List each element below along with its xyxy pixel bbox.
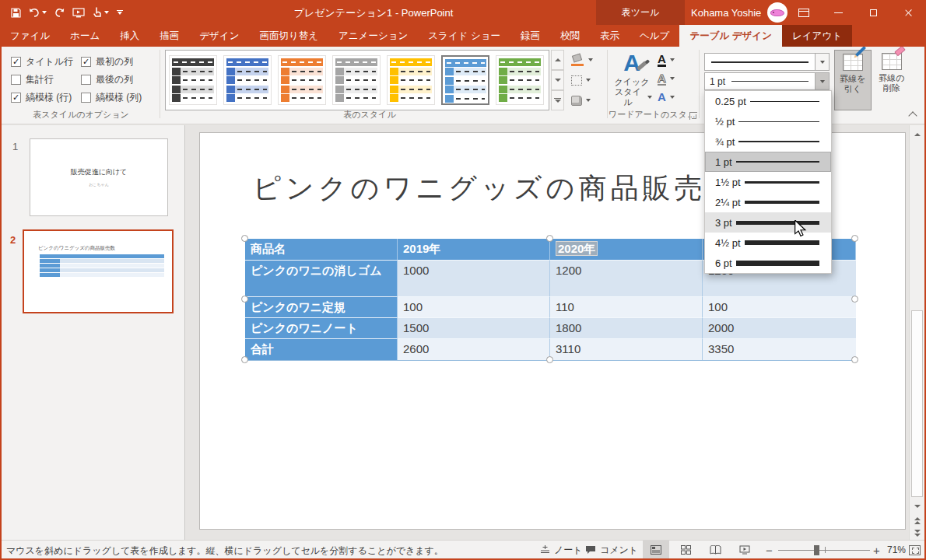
close-button[interactable]	[891, 0, 926, 25]
tab-view[interactable]: 表示	[590, 25, 630, 47]
comments-button[interactable]: コメント	[585, 541, 638, 559]
effects-caret[interactable]	[586, 99, 591, 102]
pen-weight-option-hovered[interactable]: 3 pt	[705, 212, 831, 233]
table-cell[interactable]: 2600	[398, 338, 550, 360]
text-outline-caret[interactable]	[670, 77, 675, 80]
selection-handle-top-right[interactable]	[851, 235, 858, 242]
pen-weight-option[interactable]: ½ pt	[705, 111, 831, 131]
pen-weight-option[interactable]: ¾ pt	[705, 131, 831, 152]
pen-weight-dropdown-button[interactable]	[815, 73, 829, 89]
pen-weight-option[interactable]: 1½ pt	[705, 172, 831, 192]
pen-weight-option[interactable]: 4½ pt	[705, 233, 831, 253]
table-cell[interactable]: 2000	[703, 317, 856, 338]
table-style-thumb-green[interactable]	[496, 55, 544, 105]
table-cell[interactable]: 100	[703, 296, 856, 317]
gallery-scroll-down-button[interactable]	[551, 70, 564, 90]
selection-handle-bottom-right[interactable]	[851, 356, 858, 363]
pen-style-dropdown-button[interactable]	[815, 54, 829, 70]
text-effects-button[interactable]: A	[655, 89, 689, 106]
slideshow-view-button[interactable]	[731, 541, 758, 559]
shading-caret[interactable]	[588, 58, 593, 61]
checkbox-last-column[interactable]: 最後の列	[81, 73, 133, 86]
tab-insert[interactable]: 挿入	[110, 25, 149, 47]
pen-weight-option[interactable]: 2¼ pt	[705, 192, 831, 212]
checkbox-banded-columns[interactable]: 縞模様 (列)	[81, 91, 142, 104]
pen-weight-option[interactable]: 0.25 pt	[705, 91, 831, 111]
tab-transitions[interactable]: 画面切り替え	[249, 25, 328, 47]
selection-handle-middle-left[interactable]	[241, 296, 248, 303]
table-row-label[interactable]: ピンクのワニの消しゴム	[245, 260, 398, 296]
zoom-slider-track[interactable]	[778, 550, 870, 551]
table-style-thumb-gold[interactable]	[387, 55, 435, 105]
account-area[interactable]: Kohama Yoshie	[691, 0, 787, 25]
selection-handle-bottom-middle[interactable]	[546, 356, 553, 363]
table-cell[interactable]: 1000	[398, 260, 550, 296]
quick-styles-button[interactable]: A クイック スタイル	[612, 51, 652, 103]
slide-1-thumbnail[interactable]: 販売促進に向けて おこちゃん	[30, 138, 168, 216]
scrollbar-up-button[interactable]	[911, 128, 924, 141]
slide-2-thumbnail-selected[interactable]: ピンクのワニグッズの商品販売数	[23, 229, 174, 313]
zoom-out-button[interactable]: −	[766, 541, 773, 559]
vertical-scrollbar[interactable]	[909, 125, 924, 540]
scrollbar-down-button[interactable]	[911, 500, 924, 513]
collapse-ribbon-button[interactable]	[909, 112, 918, 118]
slide-sorter-view-button[interactable]	[672, 541, 699, 559]
borders-caret[interactable]	[586, 79, 591, 82]
table-header-cell[interactable]: 商品名	[245, 239, 398, 260]
text-fill-button[interactable]: A	[655, 51, 689, 68]
checkbox-total-row[interactable]: 集計行	[11, 73, 54, 86]
gallery-more-button[interactable]	[551, 90, 564, 110]
selection-handle-top-left[interactable]	[241, 235, 248, 242]
table-style-thumb-blue-medium[interactable]	[223, 55, 272, 105]
checkbox-first-column[interactable]: ✓ 最初の列	[81, 55, 133, 68]
slide-title-text[interactable]: ピンクのワニグッズの商品販売数	[253, 170, 738, 208]
pen-weight-combobox[interactable]: 1 pt	[704, 72, 830, 90]
table-style-thumb-gray[interactable]	[332, 55, 381, 105]
text-effects-caret[interactable]	[670, 96, 675, 99]
tab-file[interactable]: ファイル	[0, 25, 60, 47]
borders-button[interactable]	[570, 70, 604, 90]
tab-slideshow[interactable]: スライド ショー	[418, 25, 510, 47]
maximize-button[interactable]	[856, 0, 891, 25]
table-header-cell-selected[interactable]: 2020年	[550, 239, 703, 260]
checkbox-banded-rows[interactable]: ✓ 縞模様 (行)	[11, 91, 72, 104]
normal-view-button[interactable]	[643, 541, 669, 559]
selection-handle-bottom-left[interactable]	[241, 356, 248, 363]
tab-table-design[interactable]: テーブル デザイン	[679, 25, 782, 47]
fit-slide-to-window-button[interactable]	[909, 541, 921, 559]
pen-style-combobox[interactable]	[704, 53, 830, 71]
pen-weight-option-selected[interactable]: 1 pt	[705, 152, 831, 172]
table-cell[interactable]: 1800	[550, 317, 703, 338]
draw-table-button[interactable]: 罫線を 引く	[834, 50, 872, 110]
zoom-in-button[interactable]: +	[873, 541, 880, 559]
tab-home[interactable]: ホーム	[60, 25, 110, 47]
reading-view-button[interactable]	[702, 541, 728, 559]
selection-handle-top-middle[interactable]	[546, 235, 553, 242]
tab-record[interactable]: 録画	[510, 25, 550, 47]
table-total-label[interactable]: 合計	[245, 338, 398, 360]
text-fill-caret[interactable]	[670, 58, 675, 61]
gallery-scroll-up-button[interactable]	[551, 50, 564, 70]
tab-layout[interactable]: レイアウト	[782, 25, 852, 47]
scrollbar-thumb[interactable]	[911, 310, 923, 497]
tab-design[interactable]: デザイン	[189, 25, 249, 47]
table-cell[interactable]: 100	[398, 296, 550, 317]
table-cell[interactable]: 3110	[550, 338, 703, 360]
checkbox-title-row[interactable]: ✓ タイトル行	[11, 55, 73, 68]
minimize-button[interactable]	[821, 0, 856, 25]
tab-draw[interactable]: 描画	[149, 25, 189, 47]
table-style-thumb-blue-selected[interactable]	[441, 55, 489, 105]
effects-button[interactable]	[570, 90, 604, 110]
shading-button[interactable]	[570, 50, 604, 70]
text-outline-button[interactable]: A	[655, 70, 689, 87]
eraser-button[interactable]: 罫線の 削除	[873, 50, 910, 110]
previous-slide-button[interactable]	[911, 514, 924, 527]
table-row-label[interactable]: ピンクのワニノート	[245, 317, 398, 338]
tab-animations[interactable]: アニメーション	[328, 25, 418, 47]
next-slide-button[interactable]	[911, 527, 924, 539]
table-style-thumb-orange[interactable]	[278, 55, 326, 105]
pen-weight-option[interactable]: 6 pt	[705, 253, 831, 273]
avatar[interactable]	[767, 2, 787, 23]
selection-handle-middle-right[interactable]	[851, 296, 858, 303]
wordart-dialog-launcher[interactable]	[689, 112, 697, 120]
